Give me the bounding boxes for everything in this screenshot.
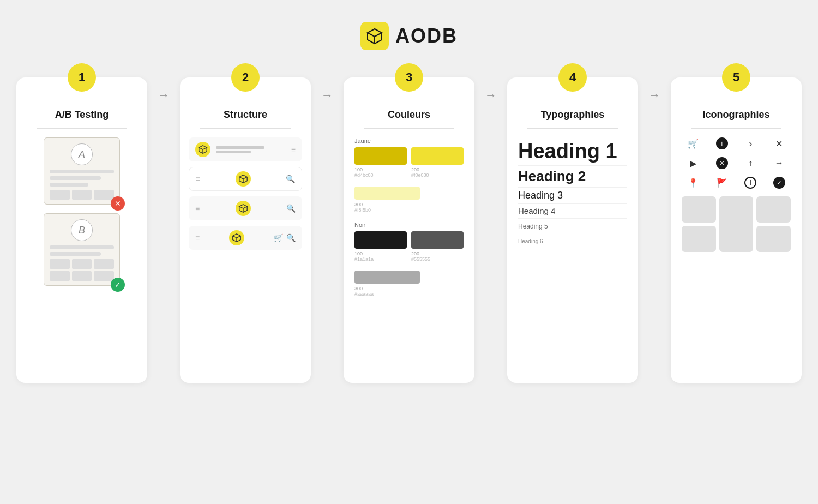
variant-b-card: B ✓ [44,213,120,286]
struct-line [216,151,251,153]
check-icon-cell: ✓ [768,177,791,189]
color-meta-100: 100 #d4bc00 [354,167,407,178]
struct-icons-search: 🔍 [286,175,295,183]
svg-marker-8 [239,205,246,208]
img-placeholder-4 [756,226,791,252]
img-placeholder-3 [682,226,716,252]
variant-a-letter: A [71,143,93,165]
color-name-100: #d4bc00 [354,172,407,178]
grid-cell [94,271,114,281]
variant-a-lines [50,170,114,187]
check-circle-icon: ✓ [773,177,785,189]
box-icon [360,22,389,50]
wire-line [50,252,101,256]
image-placeholder-grid [682,196,791,252]
struct-logo-2 [236,171,251,187]
grid-cell [72,190,92,200]
icons-grid-3: 📍 🚩 i ✓ [682,177,791,189]
step-5-wrapper: 5 Iconographies 🛒 i › ✕ ▶ ✕ [671,77,802,383]
noir-num-300: 300 [354,286,464,291]
color-meta-jaune-300: 300 #f8f5b0 [354,202,464,213]
close-icon-cell: ✕ [768,137,791,149]
variant-a-card: A ✕ [44,137,120,205]
typo-row-5: Heading 5 [518,219,627,233]
color-num-200: 200 [411,167,464,172]
struct-icons-2: ≡ [196,175,200,183]
struct-logo-3 [236,201,251,216]
variant-b-letter: B [71,219,93,241]
step-1-title: A/B Testing [55,109,109,121]
color-meta-jaune: 100 #d4bc00 200 #f0e030 [354,167,464,178]
heading-4-label: Heading 4 [518,206,555,215]
noir-swatch-2 [411,231,464,249]
noir-light-swatch [354,271,420,284]
step-2-card: 2 Structure [180,77,311,383]
hamburger-icon: ≡ [195,204,200,213]
step-1-wrapper: 1 A/B Testing A ✕ [16,77,147,383]
svg-marker-4 [199,146,207,149]
noir-num-100: 100 [354,251,407,256]
variant-b-lines [50,245,114,256]
icons-grid-1: 🛒 i › ✕ [682,137,791,149]
search-icon-3: 🔍 [286,233,296,242]
search-icon-2: 🔍 [286,204,296,213]
struct-row-1: ≡ [189,137,302,161]
grid-cell [72,259,92,269]
heading-5-label: Heading 5 [518,223,548,230]
color-swatches-noir [354,231,464,249]
error-circle-icon: ✕ [716,157,728,169]
heading-6-label: Heading 6 [518,238,543,244]
struct-lines-1 [216,146,286,153]
color-name-300: #f8f5b0 [354,207,464,213]
jaune-swatch-2 [411,147,464,165]
typo-content: Heading 1 Heading 2 Heading 3 Heading 4 … [516,137,629,248]
pass-badge: ✓ [111,278,125,292]
grid-cell [50,271,70,281]
step-1-card: 1 A/B Testing A ✕ [16,77,147,383]
color-num-100: 100 [354,167,407,172]
step-3-wrapper: 3 Couleurs Jaune 100 #d4bc00 200 [344,77,474,383]
info-icon-cell: i [711,137,734,149]
step-5-badge: 5 [722,63,750,92]
arrow-right-icon-cell: → [768,157,791,169]
wireframe-grid [50,190,114,200]
color-meta-noir-200: 200 #555555 [411,251,464,262]
typo-row-3: Heading 3 [518,188,627,204]
wire-line [50,183,88,187]
step-1-divider [37,128,127,129]
step-2-title: Structure [224,109,267,121]
step-3-card: 3 Couleurs Jaune 100 #d4bc00 200 [344,77,474,383]
step-4-divider [527,128,618,129]
svg-marker-10 [233,234,240,238]
struct-logo-1 [195,142,210,157]
step-4-badge: 4 [558,63,587,92]
color-section-noir-label: Noir [354,221,464,228]
play-icon-cell: ▶ [682,157,705,169]
typo-row-4: Heading 4 [518,204,627,219]
typo-row-1: Heading 1 [518,137,627,166]
struct-logo-4 [229,230,244,245]
struct-row-4: ≡ 🛒 🔍 [189,226,302,250]
noir-swatch-1 [354,231,407,249]
location-icon-cell: 📍 [682,177,705,189]
icons-content: 🛒 i › ✕ ▶ ✕ ↑ → � [679,137,793,252]
grid-cell [94,259,114,269]
menu-icon: ≡ [291,145,296,154]
wire-line [50,176,101,180]
grid-cell [50,259,70,269]
img-placeholder-2 [756,196,791,223]
arrow-2: → [311,77,344,103]
struct-icons-1: ≡ [291,145,296,154]
jaune-light-swatch [354,187,420,200]
noir-name-300: #aaaaaa [354,291,464,297]
heading-3-label: Heading 3 [518,190,563,201]
structure-content: ≡ ≡ [189,137,302,250]
error-icon-cell: ✕ [711,157,734,169]
step-1-badge: 1 [68,63,96,92]
noir-num-200: 200 [411,251,464,256]
arrow-up-icon-cell: ↑ [739,157,762,169]
color-meta-noir-100: 100 #1a1a1a [354,251,407,262]
typo-row-6: Heading 6 [518,233,627,248]
step-2-badge: 2 [231,63,260,92]
couleurs-content: Jaune 100 #d4bc00 200 #f0e030 [352,137,466,305]
